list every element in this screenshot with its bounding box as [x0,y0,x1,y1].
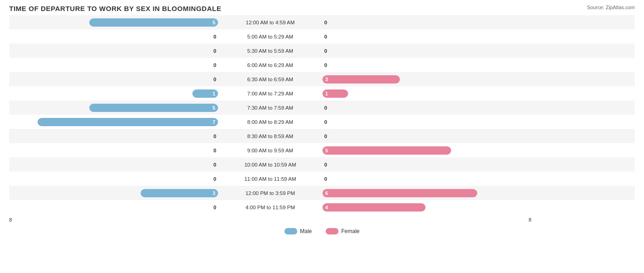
male-zero-value: 0 [212,148,218,153]
female-color-swatch [326,228,338,234]
male-section: 0 [9,200,220,214]
chart-row: 06:30 AM to 6:59 AM3 [9,72,635,86]
axis-row: 8 8 [9,214,635,225]
chart-row: 05:00 AM to 5:29 AM0 [9,29,635,44]
male-bar: 1 [192,89,218,98]
female-section: 3 [321,72,531,86]
female-bar-value: 3 [322,77,328,82]
axis-right: 8 [321,217,531,223]
chart-source: Source: ZipAtlas.com [587,5,635,10]
female-section: 0 [321,44,531,58]
row-label: 5:30 AM to 5:59 AM [220,48,321,54]
female-section: 0 [321,15,531,29]
male-zero-value: 0 [212,205,218,210]
row-label: 12:00 PM to 3:59 PM [220,190,321,196]
male-zero-value: 0 [212,162,218,167]
chart-row: 05:30 AM to 5:59 AM0 [9,44,635,58]
row-label: 11:00 AM to 11:59 AM [220,176,321,182]
female-bar: 5 [322,146,451,155]
row-label: 12:00 AM to 4:59 AM [220,20,321,25]
chart-row: 011:00 AM to 11:59 AM0 [9,172,635,186]
female-section: 6 [321,186,531,200]
male-color-swatch [284,228,297,234]
male-zero-value: 0 [212,134,218,139]
male-bar: 7 [38,118,218,126]
male-bar-value: 1 [213,91,218,96]
chart-row: 17:00 AM to 7:29 AM1 [9,86,635,100]
female-section: 4 [321,200,531,214]
female-section: 1 [321,86,531,100]
legend-male-label: Male [300,228,312,234]
male-bar-value: 5 [213,20,218,25]
row-label: 7:00 AM to 7:29 AM [220,91,321,96]
legend-female-label: Female [341,228,360,234]
female-zero-value: 0 [322,105,329,111]
chart-row: 04:00 PM to 11:59 PM4 [9,200,635,214]
female-section: 0 [321,129,531,143]
female-bar: 3 [322,75,400,84]
male-bar-value: 7 [213,119,218,125]
male-section: 5 [9,15,220,29]
female-section: 0 [321,157,531,172]
row-label: 8:00 AM to 8:29 AM [220,119,321,125]
male-section: 1 [9,86,220,100]
row-label: 4:00 PM to 11:59 PM [220,205,321,210]
row-label: 5:00 AM to 5:29 AM [220,34,321,39]
chart-row: 09:00 AM to 9:59 AM5 [9,143,635,157]
female-section: 5 [321,143,531,157]
male-section: 0 [9,72,220,86]
male-bar: 5 [89,104,218,112]
legend: Male Female [9,228,635,234]
female-bar: 1 [322,89,348,98]
row-label: 6:00 AM to 6:29 AM [220,62,321,68]
chart-rows: 512:00 AM to 4:59 AM005:00 AM to 5:29 AM… [9,15,635,214]
female-zero-value: 0 [322,119,329,125]
female-bar: 4 [322,203,426,212]
female-zero-value: 0 [322,134,329,139]
female-section: 0 [321,100,531,115]
chart-row: 57:30 AM to 7:59 AM0 [9,100,635,115]
male-bar-value: 5 [213,105,218,111]
male-bar: 5 [89,18,218,27]
male-section: 0 [9,172,220,186]
row-label: 7:30 AM to 7:59 AM [220,105,321,111]
male-zero-value: 0 [212,176,218,182]
female-zero-value: 0 [322,48,329,54]
axis-left: 8 [9,217,220,223]
female-section: 0 [321,58,531,72]
chart-row: 010:00 AM to 10:59 AM0 [9,157,635,172]
chart-row: 08:30 AM to 8:59 AM0 [9,129,635,143]
male-section: 5 [9,100,220,115]
female-zero-value: 0 [322,20,329,25]
row-label: 6:30 AM to 6:59 AM [220,77,321,82]
female-section: 0 [321,29,531,44]
row-label: 10:00 AM to 10:59 AM [220,162,321,167]
male-section: 0 [9,44,220,58]
male-zero-value: 0 [212,34,218,39]
male-zero-value: 0 [212,62,218,68]
row-label: 9:00 AM to 9:59 AM [220,148,321,153]
female-bar-value: 5 [322,148,328,153]
chart-container: TIME OF DEPARTURE TO WORK BY SEX IN BLOO… [0,0,644,273]
female-zero-value: 0 [322,176,329,182]
female-zero-value: 0 [322,162,329,167]
female-bar-value: 1 [322,91,328,96]
chart-row: 312:00 PM to 3:59 PM6 [9,186,635,200]
male-section: 0 [9,157,220,172]
male-section: 0 [9,58,220,72]
male-section: 3 [9,186,220,200]
chart-row: 512:00 AM to 4:59 AM0 [9,15,635,29]
female-bar-value: 4 [322,205,328,210]
chart-row: 06:00 AM to 6:29 AM0 [9,58,635,72]
female-zero-value: 0 [322,62,329,68]
female-section: 0 [321,115,531,129]
male-zero-value: 0 [212,77,218,82]
male-section: 0 [9,29,220,44]
chart-row: 78:00 AM to 8:29 AM0 [9,115,635,129]
male-section: 0 [9,143,220,157]
legend-male: Male [284,228,312,234]
female-bar: 6 [322,189,477,197]
male-bar-value: 3 [213,190,218,196]
male-section: 7 [9,115,220,129]
male-zero-value: 0 [212,48,218,54]
